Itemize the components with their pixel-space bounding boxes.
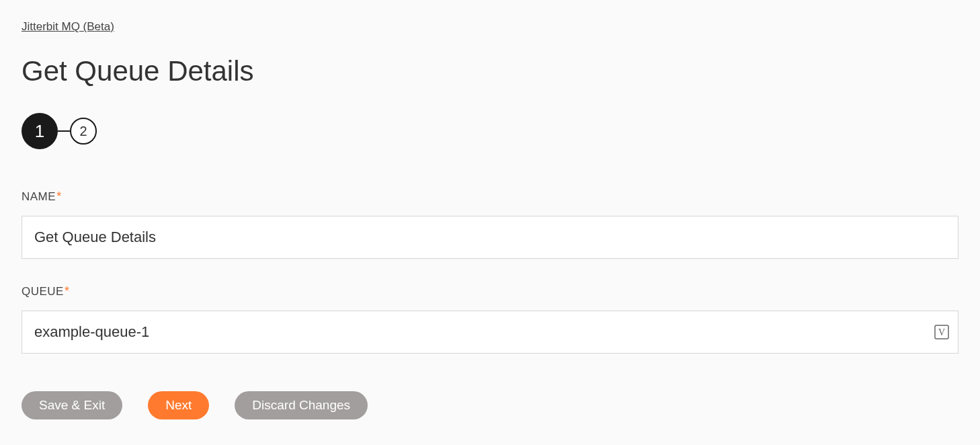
name-input[interactable] xyxy=(22,216,958,259)
queue-label: QUEUE* xyxy=(22,284,958,298)
save-exit-button[interactable]: Save & Exit xyxy=(22,391,122,419)
button-row: Save & Exit Next Discard Changes xyxy=(22,391,958,419)
name-label-text: NAME xyxy=(22,190,56,203)
required-asterisk: * xyxy=(56,190,62,203)
form-group-queue: QUEUE* V xyxy=(22,284,958,354)
next-button[interactable]: Next xyxy=(148,391,209,419)
stepper: 1 2 xyxy=(22,113,958,149)
breadcrumb-link[interactable]: Jitterbit MQ (Beta) xyxy=(22,20,114,34)
step-2[interactable]: 2 xyxy=(70,118,97,145)
page-title: Get Queue Details xyxy=(22,55,958,87)
required-asterisk: * xyxy=(65,284,70,298)
step-connector xyxy=(58,130,70,132)
discard-changes-button[interactable]: Discard Changes xyxy=(235,391,368,419)
step-1[interactable]: 1 xyxy=(22,113,58,149)
name-label: NAME* xyxy=(22,190,958,204)
form-group-name: NAME* xyxy=(22,190,958,259)
queue-label-text: QUEUE xyxy=(22,285,64,298)
queue-input[interactable] xyxy=(22,311,958,354)
